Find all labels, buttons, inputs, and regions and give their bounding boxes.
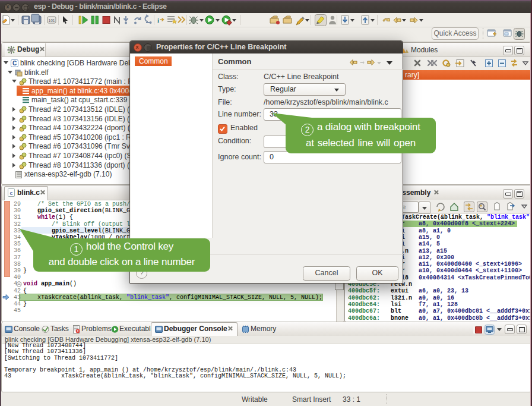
svg-text:C: C (12, 60, 17, 67)
svg-text:i: i (157, 17, 159, 24)
svg-text:101: 101 (49, 18, 55, 23)
svg-text:c: c (10, 190, 12, 196)
